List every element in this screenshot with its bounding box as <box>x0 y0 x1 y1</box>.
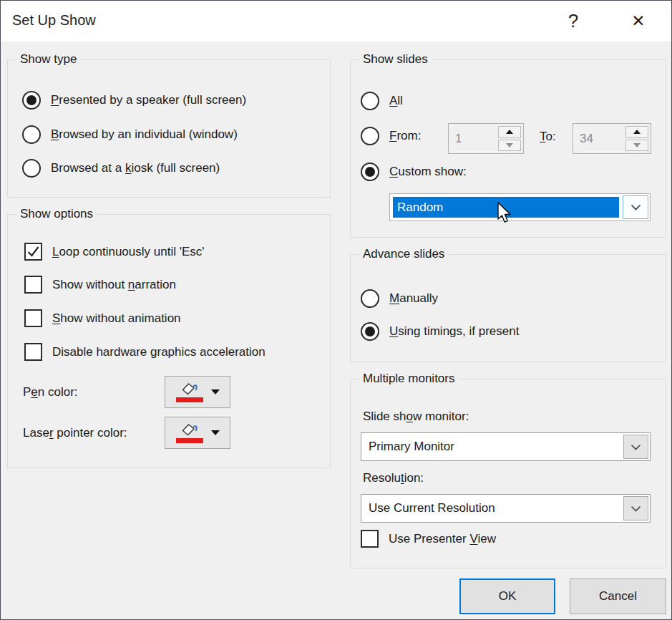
radio-presented-by-speaker[interactable]: Presented by a speaker (full screen) <box>22 91 246 110</box>
checkbox-icon[interactable] <box>24 343 42 361</box>
radio-label[interactable]: From: <box>389 129 421 143</box>
radio-browsed-by-individual[interactable]: Browsed by an individual (window) <box>22 125 238 144</box>
radio-button-icon[interactable] <box>22 159 41 178</box>
paint-bucket-icon <box>180 382 199 396</box>
pen-color-swatch <box>176 397 203 402</box>
checkbox-icon[interactable] <box>24 276 42 294</box>
slide-show-monitor-label: Slide show monitor: <box>363 410 469 424</box>
down-arrow-icon <box>506 143 513 147</box>
radio-button-icon[interactable] <box>22 91 41 110</box>
spinner-down-button[interactable] <box>498 140 521 152</box>
checkbox-icon[interactable] <box>24 243 42 261</box>
to-slide-spinner[interactable]: 34 <box>573 123 651 154</box>
resolution-value[interactable]: Use Current Resolution <box>369 501 495 515</box>
advance-slides-group: Advance slides Manually Using timings, i… <box>350 254 666 362</box>
slide-show-monitor-combobox[interactable]: Primary Monitor <box>361 432 651 461</box>
radio-custom-show[interactable]: Custom show: <box>361 163 467 181</box>
checkbox-show-without-animation[interactable]: Show without animation <box>24 309 181 327</box>
radio-button-icon[interactable] <box>22 125 41 144</box>
pen-color-label: Pen color: <box>23 385 78 399</box>
cancel-button-label: Cancel <box>599 589 637 604</box>
radio-label[interactable]: Custom show: <box>389 165 467 179</box>
dropdown-arrow-icon <box>211 430 220 435</box>
radio-button-icon[interactable] <box>361 127 379 145</box>
help-button[interactable]: ? <box>555 1 591 42</box>
radio-browsed-at-kiosk[interactable]: Browsed at a kiosk (full screen) <box>22 159 220 178</box>
checkbox-label[interactable]: Loop continuously until 'Esc' <box>52 245 205 259</box>
from-slide-value[interactable]: 1 <box>455 132 462 146</box>
slide-show-monitor-value[interactable]: Primary Monitor <box>369 440 454 454</box>
checkbox-use-presenter-view[interactable]: Use Presenter View <box>361 530 496 548</box>
checkbox-icon[interactable] <box>24 309 42 327</box>
show-type-group-label: Show type <box>16 52 81 67</box>
cancel-button[interactable]: Cancel <box>570 578 666 614</box>
checkbox-label[interactable]: Disable hardware graphics acceleration <box>52 345 266 359</box>
radio-from-slides[interactable]: From: <box>361 127 421 145</box>
chevron-down-icon <box>630 505 641 512</box>
checkbox-loop-continuously[interactable]: Loop continuously until 'Esc' <box>24 243 205 261</box>
checkbox-icon[interactable] <box>361 530 379 548</box>
laser-color-preview <box>176 423 203 443</box>
checkbox-disable-hardware-acceleration[interactable]: Disable hardware graphics acceleration <box>24 343 266 361</box>
down-arrow-icon <box>633 143 641 147</box>
dropdown-arrow-icon <box>211 389 220 394</box>
ok-button-label: OK <box>499 589 517 604</box>
checkbox-label[interactable]: Use Presenter View <box>389 532 496 546</box>
radio-manually[interactable]: Manually <box>361 289 438 308</box>
ok-button[interactable]: OK <box>459 578 555 614</box>
paint-bucket-icon <box>180 423 199 437</box>
resolution-label: Resolution: <box>363 471 424 485</box>
radio-label[interactable]: Browsed at a kiosk (full screen) <box>51 161 220 175</box>
from-slide-spinner[interactable]: 1 <box>448 123 524 154</box>
dialog-title: Set Up Show <box>12 12 96 29</box>
spinner-up-button[interactable] <box>498 126 521 138</box>
pen-color-preview <box>176 382 203 402</box>
resolution-dropdown-button[interactable] <box>623 496 648 520</box>
spinner-buttons <box>625 126 648 151</box>
show-type-group: Show type Presented by a speaker (full s… <box>7 59 331 198</box>
close-icon: ✕ <box>631 11 645 31</box>
radio-all-slides[interactable]: All <box>361 92 403 110</box>
custom-show-selected-value[interactable]: Random <box>393 197 619 218</box>
radio-button-icon[interactable] <box>361 289 379 308</box>
spinner-up-button[interactable] <box>625 126 648 138</box>
monitor-dropdown-button[interactable] <box>623 435 648 459</box>
radio-button-icon[interactable] <box>361 92 379 110</box>
radio-button-icon[interactable] <box>361 163 379 181</box>
radio-label[interactable]: All <box>389 94 403 108</box>
setup-show-dialog: Set Up Show ? ✕ Show type Presented by a… <box>0 0 672 620</box>
custom-show-combobox[interactable]: Random <box>389 193 651 221</box>
chevron-down-icon <box>630 444 641 450</box>
resolution-combobox[interactable]: Use Current Resolution <box>361 494 651 523</box>
radio-using-timings[interactable]: Using timings, if present <box>361 322 519 341</box>
radio-label[interactable]: Presented by a speaker (full screen) <box>51 93 246 107</box>
to-label: To: <box>540 130 556 144</box>
radio-label[interactable]: Using timings, if present <box>389 324 519 339</box>
radio-label[interactable]: Browsed by an individual (window) <box>51 127 238 142</box>
laser-pointer-color-label: Laser pointer color: <box>23 426 127 440</box>
radio-label[interactable]: Manually <box>389 291 438 306</box>
custom-show-dropdown-button[interactable] <box>623 195 648 219</box>
title-bar: Set Up Show ? ✕ <box>1 1 671 42</box>
pen-color-button[interactable] <box>165 376 230 408</box>
radio-button-icon[interactable] <box>361 322 379 341</box>
show-slides-group-label: Show slides <box>359 52 432 67</box>
chevron-down-icon <box>630 204 641 210</box>
laser-pointer-color-button[interactable] <box>165 417 230 449</box>
close-button[interactable]: ✕ <box>618 1 659 42</box>
checkbox-label[interactable]: Show without narration <box>52 278 176 292</box>
help-icon: ? <box>568 10 578 32</box>
to-slide-value[interactable]: 34 <box>580 132 593 146</box>
show-options-group: Show options Loop continuously until 'Es… <box>7 214 331 468</box>
advance-slides-group-label: Advance slides <box>359 247 449 261</box>
show-options-group-label: Show options <box>16 207 97 221</box>
show-slides-group: Show slides All From: 1 To: 34 <box>350 59 666 238</box>
checkbox-show-without-narration[interactable]: Show without narration <box>24 276 176 294</box>
spinner-down-button[interactable] <box>625 140 648 152</box>
up-arrow-icon <box>506 130 513 134</box>
multiple-monitors-group: Multiple monitors Slide show monitor: Pr… <box>350 379 666 568</box>
checkbox-label[interactable]: Show without animation <box>52 311 181 326</box>
multiple-monitors-group-label: Multiple monitors <box>359 372 459 386</box>
spinner-buttons <box>498 126 521 151</box>
check-icon <box>26 245 40 258</box>
